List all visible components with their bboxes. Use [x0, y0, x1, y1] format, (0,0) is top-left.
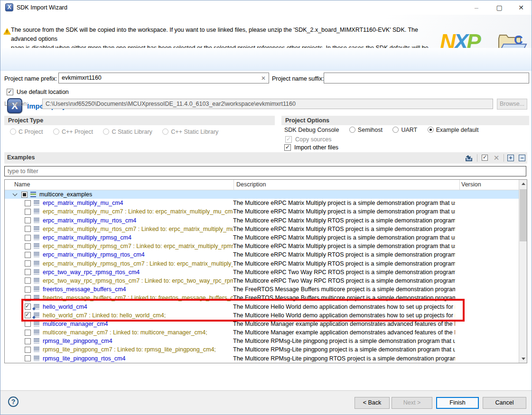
table-row[interactable]: rpmsg_lite_pingpong_rtos_cm4 The Multico…	[5, 354, 519, 363]
row-checkbox[interactable]	[25, 295, 31, 301]
table-row[interactable]: erpc_matrix_multiply_mu_cm7 : Linked to:…	[5, 207, 519, 216]
project-description: The Multicore Hello World demo applicati…	[233, 312, 455, 319]
vertical-scrollbar[interactable]	[519, 180, 527, 363]
table-row[interactable]: erpc_matrix_multiply_mu_rtos_cm4 The Mul…	[5, 216, 519, 225]
project-name-prefix-input[interactable]: evkmimxrt1160	[58, 73, 269, 83]
table-row[interactable]	[5, 363, 519, 363]
warning-icon	[3, 28, 11, 35]
project-name: rpmsg_lite_pingpong_cm7 : Linked to: rpm…	[43, 346, 233, 353]
column-divider[interactable]	[459, 180, 460, 190]
table-row[interactable]: multicore_manager_cm4 The Multicore Mana…	[5, 320, 519, 328]
row-checkbox[interactable]	[25, 277, 31, 284]
row-checkbox[interactable]	[25, 226, 31, 232]
project-icon	[34, 330, 39, 335]
title-bar[interactable]: X SDK Import Wizard – ▢ ✕	[0, 0, 532, 15]
row-checkbox[interactable]	[25, 200, 31, 206]
project-icon	[34, 338, 39, 344]
use-default-location-checkbox[interactable]	[7, 89, 13, 95]
radio-semihost[interactable]: Semihost	[349, 127, 383, 133]
column-divider[interactable]	[233, 180, 234, 190]
row-checkbox[interactable]	[25, 243, 31, 249]
project-description: The Multicore Manager example applicatio…	[233, 329, 455, 336]
project-description: The Multicore Hello World demo applicati…	[233, 304, 455, 310]
row-checkbox[interactable]	[25, 235, 31, 241]
radio-example-default[interactable]: Example default	[428, 127, 479, 133]
column-name[interactable]: Name	[14, 181, 30, 188]
table-row[interactable]: erpc_two_way_rpc_rpmsg_rtos_cm4 The Mult…	[5, 268, 519, 277]
root-tristate-checkbox[interactable]	[21, 192, 28, 198]
row-checkbox[interactable]	[25, 286, 31, 293]
scroll-down-icon[interactable]	[519, 355, 527, 363]
row-checkbox[interactable]	[25, 209, 31, 215]
table-row[interactable]: erpc_matrix_multiply_mu_cm4 The Multicor…	[5, 199, 519, 207]
cancel-button[interactable]: Cancel	[483, 397, 526, 409]
project-description: The Multicore RPMsg-Lite pingpong RTOS p…	[233, 355, 455, 362]
maximize-button[interactable]: ▢	[488, 0, 510, 15]
row-checkbox[interactable]	[25, 338, 31, 344]
table-row[interactable]: multicore_manager_cm7 : Linked to: multi…	[5, 328, 519, 337]
filter-input[interactable]	[4, 166, 526, 176]
root-label: multicore_examples	[39, 191, 92, 198]
radio-cpp-static-library: C++ Static Library	[162, 129, 218, 135]
row-checkbox[interactable]	[25, 217, 31, 223]
project-type-options: C Project C++ Project C Static Library C…	[10, 129, 227, 135]
table-row[interactable]: hello_world_cm7 : Linked to: hello_world…	[5, 311, 519, 320]
row-checkbox[interactable]	[25, 304, 31, 310]
table-row[interactable]: erpc_two_way_rpc_rpmsg_rtos_cm7 : Linked…	[5, 277, 519, 285]
table-row[interactable]: erpc_matrix_multiply_rpmsg_cm4 The Multi…	[5, 233, 519, 242]
select-all-icon[interactable]	[481, 154, 489, 162]
chevron-down-icon[interactable]	[13, 191, 18, 196]
close-button[interactable]: ✕	[510, 0, 532, 15]
table-row[interactable]: rpmsg_lite_pingpong_cm7 : Linked to: rpm…	[5, 345, 519, 354]
minimize-button[interactable]: –	[466, 0, 487, 15]
project-name-suffix-input[interactable]	[324, 73, 529, 83]
column-version[interactable]: Version	[461, 181, 481, 188]
table-row[interactable]: hello_world_cm4 The Multicore Hello Worl…	[5, 302, 519, 311]
clear-prefix-icon[interactable]: ✕	[261, 75, 266, 82]
finish-button[interactable]: Finish	[436, 397, 479, 409]
scroll-up-icon[interactable]	[519, 180, 527, 188]
help-icon[interactable]: ?	[8, 397, 19, 407]
table-row[interactable]: erpc_matrix_multiply_rpmsg_cm7 : Linked …	[5, 242, 519, 250]
tree-root-row[interactable]: multicore_examples	[5, 190, 519, 199]
table-row[interactable]: erpc_matrix_multiply_rpmsg_rtos_cm4 The …	[5, 250, 519, 259]
table-row[interactable]: rpmsg_lite_pingpong_cm4 The Multicore RP…	[5, 337, 519, 345]
project-description: The Multicore eRPC Matrix Multiply proje…	[233, 234, 455, 241]
radio-uart[interactable]: UART	[392, 127, 417, 133]
row-checkbox[interactable]	[25, 321, 31, 327]
table-row[interactable]: erpc_matrix_multiply_rpmsg_rtos_cm7 : Li…	[5, 259, 519, 268]
row-checkbox[interactable]	[25, 312, 31, 318]
browse-button: Browse...	[497, 99, 527, 110]
radio-icon	[428, 127, 434, 133]
import-other-files-checkbox[interactable]	[284, 144, 291, 151]
example-group-icon	[30, 192, 36, 197]
project-name: hello_world_cm4	[43, 304, 233, 310]
use-default-location-label: Use default location	[17, 89, 69, 95]
table-row[interactable]: freertos_message_buffers_cm7 : Linked to…	[5, 294, 519, 302]
row-checkbox[interactable]	[25, 269, 31, 275]
table-row[interactable]: freertos_message_buffers_cm4 The FreeRTO…	[5, 285, 519, 294]
window-title: SDK Import Wizard	[17, 4, 67, 11]
toolbar-separator	[504, 154, 504, 162]
collapse-all-icon[interactable]: −	[518, 154, 526, 162]
project-description: The Multicore eRPC Matrix Multiply RTOS …	[233, 251, 455, 258]
radio-icon	[162, 129, 168, 135]
copy-sources-checkbox	[285, 136, 292, 143]
expand-all-icon[interactable]: +	[506, 154, 515, 162]
row-checkbox[interactable]	[25, 252, 31, 258]
scrollbar-thumb[interactable]	[520, 189, 527, 241]
row-checkbox[interactable]	[25, 355, 31, 361]
row-checkbox[interactable]	[25, 330, 31, 336]
back-button[interactable]: < Back	[355, 397, 390, 409]
project-icon	[34, 218, 39, 223]
row-checkbox[interactable]	[25, 347, 31, 353]
banner: The source from the SDK will be copied i…	[0, 15, 532, 48]
project-name: multicore_manager_cm7 : Linked to: multi…	[43, 329, 233, 336]
project-name: erpc_matrix_multiply_mu_rtos_cm7 : Linke…	[43, 226, 233, 232]
table-row[interactable]: erpc_matrix_multiply_mu_rtos_cm7 : Linke…	[5, 225, 519, 233]
column-description[interactable]: Description	[236, 181, 266, 188]
project-name: erpc_matrix_multiply_rpmsg_rtos_cm7 : Li…	[43, 260, 233, 267]
import-example-icon[interactable]	[465, 154, 473, 162]
deselect-all-icon[interactable]: ✕	[492, 154, 501, 162]
row-checkbox[interactable]	[25, 260, 31, 267]
